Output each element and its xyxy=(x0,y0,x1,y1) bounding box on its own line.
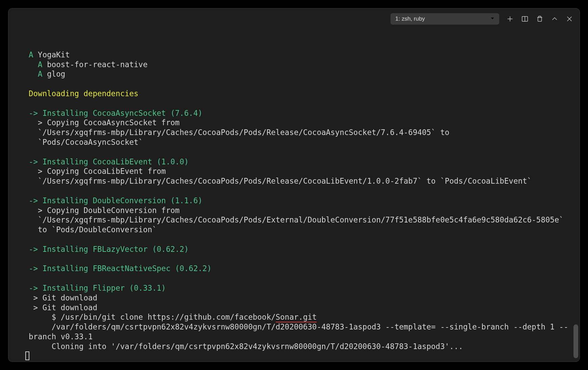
terminal-toolbar: 1: zsh, ruby xyxy=(8,8,580,28)
terminal-output[interactable]: A YogaKit A boost-for-react-native A glo… xyxy=(8,28,580,362)
section-header: Downloading dependencies xyxy=(29,89,138,98)
added-item: boost-for-react-native xyxy=(47,60,148,69)
terminal-line: `/Users/xgqfrms-mbp/Library/Caches/Cocoa… xyxy=(29,215,564,224)
scrollbar-thumb[interactable] xyxy=(573,324,578,358)
install-line: -> Installing FBLazyVector (0.62.2) xyxy=(29,245,189,254)
kill-terminal-button[interactable] xyxy=(536,15,544,23)
install-line: -> Installing Flipper (0.33.1) xyxy=(29,284,166,292)
dropdown-label: 1: zsh, ruby xyxy=(395,16,425,22)
terminal-line: /var/folders/qm/csrtpvpn62x82v4zykvsrnw8… xyxy=(29,322,568,341)
install-line: -> Installing CocoaLibEvent (1.0.0) xyxy=(29,157,189,166)
new-terminal-button[interactable] xyxy=(506,15,514,23)
terminal-line: `Pods/CocoaAsyncSocket` xyxy=(29,138,143,147)
terminal-line: > Copying CocoaLibEvent from xyxy=(29,167,166,176)
added-prefix: A xyxy=(38,70,47,78)
chevron-down-icon xyxy=(490,16,495,23)
split-terminal-button[interactable] xyxy=(521,15,529,23)
terminal-line: > Git download xyxy=(29,303,97,312)
terminal-cursor xyxy=(25,351,29,360)
terminal-line: > Git download xyxy=(29,293,97,302)
terminal-line: > Copying DoubleConversion from xyxy=(29,206,180,215)
terminal-line: > Copying CocoaAsyncSocket from xyxy=(29,118,180,127)
terminal-line: $ /usr/bin/git clone https://github.com/… xyxy=(29,313,317,322)
close-panel-button[interactable] xyxy=(565,15,573,23)
install-line: -> Installing DoubleConversion (1.1.6) xyxy=(29,196,203,205)
terminal-line: `/Users/xgqfrms-mbp/Library/Caches/Cocoa… xyxy=(29,177,532,185)
terminal-window: 1: zsh, ruby A YogaKit A boost-for-react… xyxy=(8,8,580,362)
svg-rect-4 xyxy=(538,17,542,21)
spellcheck-underline: Sonar.git xyxy=(276,313,317,322)
terminal-line: `/Users/xgqfrms-mbp/Library/Caches/Cocoa… xyxy=(29,128,449,137)
added-prefix: A xyxy=(29,50,38,59)
added-item: YogaKit xyxy=(38,50,70,59)
terminal-line: to `Pods/DoubleConversion` xyxy=(29,225,157,234)
terminal-session-dropdown[interactable]: 1: zsh, ruby xyxy=(391,13,499,25)
terminal-line: Cloning into '/var/folders/qm/csrtpvpn62… xyxy=(29,342,463,351)
added-item: glog xyxy=(47,70,65,78)
added-prefix: A xyxy=(38,60,47,69)
install-line: -> Installing CocoaAsyncSocket (7.6.4) xyxy=(29,109,203,117)
chevron-up-icon[interactable] xyxy=(551,15,559,23)
install-line: -> Installing FBReactNativeSpec (0.62.2) xyxy=(29,264,212,273)
